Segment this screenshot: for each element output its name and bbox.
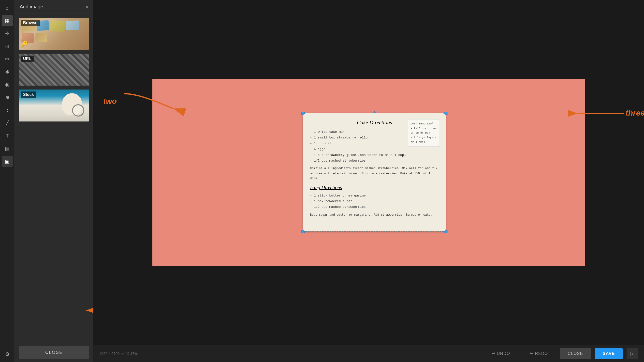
ingredient-4: 4 eggs <box>310 146 439 152</box>
layers-icon[interactable]: ≋ <box>2 92 13 103</box>
icing-title: Icing Directions <box>310 185 439 190</box>
bottom-bar: 4050 x 2700 px @ 17% ↩ UNDO ↪ REDO CLOSE… <box>94 345 644 362</box>
image-icon[interactable]: ▣ <box>2 156 13 167</box>
sidebar-title: Add image <box>20 4 43 10</box>
save-button[interactable]: SAVE <box>595 348 622 359</box>
main-close-button[interactable]: CLOSE <box>560 348 591 359</box>
recipe-card: Oven Temp 350° - 9x13 sheet pan or bundt… <box>303 113 446 231</box>
stock-label: Stock <box>21 92 36 98</box>
text-icon[interactable]: T <box>2 130 13 141</box>
sidebar-close-btn[interactable]: CLOSE <box>19 346 89 359</box>
paint-icon[interactable]: ╱ <box>2 118 13 128</box>
canvas-area[interactable]: two <box>94 0 644 345</box>
browse-option[interactable]: 🔑 Browse <box>19 18 89 50</box>
left-toolbar: ⌂ ▦ ✛ ⊡ ✂ ✱ ◉ ≋ ⌇ ╱ T ▤ ▣ ⚙ <box>0 0 15 362</box>
sidebar-close-button[interactable]: × <box>85 5 88 9</box>
recipe-instructions: Combine all ingredients except mashed st… <box>310 166 439 181</box>
home-icon[interactable]: ⌂ <box>2 3 13 13</box>
icing-ingredient-1: 1 stick butter or margarine <box>310 193 439 198</box>
move-icon[interactable]: ✛ <box>2 28 13 39</box>
layout-icon[interactable]: ▦ <box>2 15 13 26</box>
annotation-two-label: two <box>103 97 117 106</box>
image-container[interactable]: Oven Temp 350° - 9x13 sheet pan or bundt… <box>302 113 446 232</box>
circle-icon[interactable]: ◉ <box>2 79 13 90</box>
settings-icon[interactable]: ✱ <box>2 66 13 77</box>
canvas-status: 4050 x 2700 px @ 17% <box>99 351 480 355</box>
main-area: two <box>94 0 644 362</box>
sidebar-footer: CLOSE <box>15 343 93 362</box>
undo-icon: ↩ <box>492 351 495 356</box>
expand-button[interactable]: ▷ <box>626 348 638 359</box>
brush-icon[interactable]: ⌇ <box>2 105 13 116</box>
undo-button[interactable]: ↩ UNDO <box>484 348 518 359</box>
crop-icon[interactable]: ⊡ <box>2 41 13 52</box>
icing-ingredient-2: 1 box powdered sugar <box>310 198 439 204</box>
pattern-icon[interactable]: ▤ <box>2 143 13 154</box>
annotation-two: two <box>103 91 176 111</box>
add-image-sidebar: Add image × 🔑 Browse URL <box>15 0 94 362</box>
url-label: URL <box>21 56 34 62</box>
ingredient-6: 1/2 cup mashed strawberries <box>310 158 439 164</box>
icing-ingredient-3: 1/2 cup mashed strawberries <box>310 204 439 210</box>
selection-box: Oven Temp 350° - 9x13 sheet pan or bundt… <box>302 113 446 232</box>
sidebar-header: Add image × <box>15 0 93 14</box>
cut-icon[interactable]: ✂ <box>2 54 13 65</box>
url-option[interactable]: URL <box>19 54 89 86</box>
redo-button[interactable]: ↪ REDO <box>522 348 556 359</box>
icing-ingredients: 1 stick butter or margarine 1 box powder… <box>310 193 439 210</box>
redo-icon: ↪ <box>530 351 534 356</box>
ingredient-5: 1 cup strawberry juice (add water to mak… <box>310 152 439 158</box>
sidebar-content: 🔑 Browse URL Stock <box>15 14 93 343</box>
stock-option[interactable]: Stock <box>19 90 89 122</box>
recipe-notes: Oven Temp 350° - 9x13 sheet pan or bundt… <box>408 119 440 147</box>
annotation-three-label: three <box>626 109 644 118</box>
canvas-background: two <box>152 79 585 266</box>
gear-icon[interactable]: ⚙ <box>2 349 13 359</box>
annotation-three: three <box>575 106 629 121</box>
browse-label: Browse <box>21 20 40 26</box>
icing-instructions: Beat sugar and butter or margarine. Add … <box>310 212 439 217</box>
